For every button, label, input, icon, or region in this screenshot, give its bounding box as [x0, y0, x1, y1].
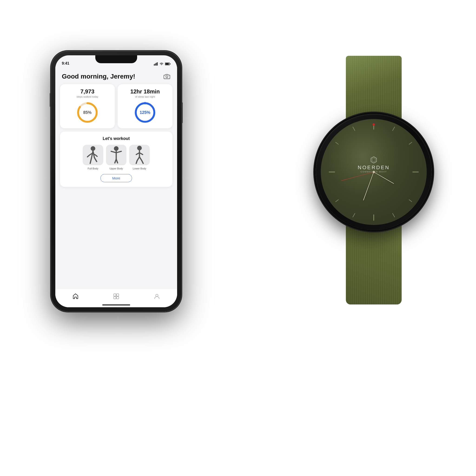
svg-point-20: [156, 294, 158, 297]
svg-point-12: [144, 102, 146, 104]
workout-item-upper-body[interactable]: Upper Body: [106, 145, 126, 170]
greeting-text: Good morning, Jeremy!: [62, 72, 135, 80]
sleep-card[interactable]: 12hr 18min of sleep last night 125%: [118, 84, 172, 128]
battery-icon: [165, 62, 170, 66]
brand-logo: [370, 156, 377, 164]
svg-line-29: [336, 200, 339, 202]
home-indicator: [102, 305, 130, 306]
workout-label-lower-body: Lower Body: [133, 167, 146, 170]
lower-body-figure: [129, 145, 150, 165]
workout-label-upper-body: Upper Body: [109, 167, 123, 170]
scene: 9:41: [0, 0, 476, 476]
bottom-nav: [55, 289, 177, 307]
brand-name: noerden: [358, 165, 390, 170]
upper-body-figure: [106, 145, 126, 165]
workout-item-lower-body[interactable]: Lower Body: [129, 145, 150, 170]
svg-line-32: [353, 127, 355, 131]
phone-device: 9:41: [51, 51, 181, 311]
app-content: Good morning, Jeremy! 7,973: [55, 67, 177, 307]
nav-home[interactable]: [72, 293, 79, 299]
svg-rect-5: [166, 63, 169, 65]
svg-rect-16: [114, 294, 116, 296]
svg-rect-19: [117, 297, 119, 299]
steps-progress-circle: 85%: [76, 101, 99, 124]
status-time: 9:41: [62, 61, 69, 66]
svg-line-31: [336, 142, 339, 144]
person-icon: [154, 293, 160, 299]
phone-notch: [95, 55, 137, 63]
signal-icon: [154, 62, 158, 66]
nav-profile[interactable]: [154, 293, 160, 299]
home-icon: [72, 293, 79, 299]
svg-marker-35: [372, 158, 375, 162]
svg-rect-1: [155, 64, 156, 66]
svg-line-23: [409, 142, 412, 144]
workout-item-full-body[interactable]: Full Body: [83, 145, 103, 170]
full-body-figure: [83, 145, 103, 165]
sleep-value: 12hr 18min: [130, 88, 160, 95]
app-header: Good morning, Jeremy!: [55, 67, 177, 84]
steps-percent: 85%: [83, 110, 92, 115]
camera-icon[interactable]: [163, 73, 170, 80]
steps-card[interactable]: 7,973 steps walked today 85%: [60, 84, 115, 128]
sleep-percent: 125%: [140, 110, 150, 115]
svg-rect-17: [117, 294, 119, 296]
workout-thumb-full-body: [83, 145, 103, 165]
svg-rect-18: [114, 297, 116, 299]
workout-items: Full Body: [64, 145, 169, 170]
watch-case: noerden Connected MOVT: [316, 114, 432, 230]
phone-screen: 9:41: [55, 55, 177, 307]
phone-wrapper: 9:41: [51, 51, 181, 311]
stats-row: 7,973 steps walked today 85%: [55, 84, 177, 128]
grid-icon: [113, 293, 119, 299]
svg-rect-0: [154, 64, 154, 66]
sleep-label: of sleep last night: [135, 95, 155, 98]
center-dot: [373, 171, 375, 173]
workout-title: Let's workout: [64, 136, 169, 141]
svg-rect-6: [170, 64, 170, 64]
steps-value: 7,973: [80, 88, 94, 95]
workout-thumb-lower-body: [129, 145, 150, 165]
svg-point-7: [166, 76, 168, 78]
sleep-progress-circle: 125%: [133, 101, 157, 124]
svg-line-28: [353, 213, 355, 217]
svg-point-33: [373, 123, 375, 126]
more-button[interactable]: More: [101, 174, 132, 182]
steps-label: steps walked today: [76, 95, 98, 98]
watch-wrapper: noerden Connected MOVT: [285, 56, 462, 335]
svg-marker-34: [371, 157, 376, 163]
svg-point-15: [137, 146, 142, 150]
watch-face: noerden Connected MOVT: [321, 119, 427, 225]
svg-point-13: [91, 146, 95, 151]
workout-section: Let's workout: [60, 132, 172, 187]
nav-grid[interactable]: [113, 293, 119, 299]
workout-thumb-upper-body: [106, 145, 126, 165]
svg-point-14: [114, 146, 119, 151]
svg-line-26: [392, 213, 395, 217]
workout-label-full-body: Full Body: [88, 167, 98, 170]
watch-bezel: noerden Connected MOVT: [316, 114, 432, 230]
svg-line-25: [409, 200, 412, 202]
watch-brand: noerden Connected MOVT: [358, 156, 390, 173]
status-icons: [154, 62, 170, 66]
wifi-icon: [159, 62, 164, 66]
svg-rect-3: [157, 62, 158, 66]
svg-line-22: [392, 127, 395, 131]
svg-rect-2: [156, 63, 157, 66]
